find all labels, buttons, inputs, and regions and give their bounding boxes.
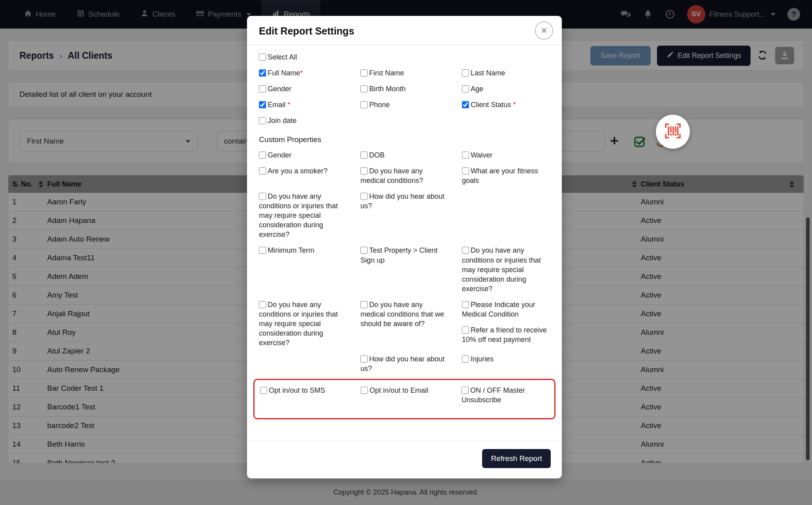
checkbox[interactable] [462,301,469,308]
checkbox-smoker[interactable]: Are you a smoker? [259,166,347,176]
checkbox[interactable] [462,152,469,159]
checkbox[interactable] [259,167,266,175]
checkbox-injuries[interactable]: Injuries [462,354,550,364]
highlighted-options-box: Opt in/out to SMS Opt in/out to Email ON… [253,379,555,419]
checkbox-medical-conditions[interactable]: Do you have any medical conditions? [360,166,448,185]
checkbox-hear-about-us-2[interactable]: How did you hear about us? [360,354,448,373]
modal-footer: Refresh Report [247,441,562,478]
checkbox-birth-month[interactable]: Birth Month [360,84,448,94]
checkbox-conditions-injuries-1[interactable]: Do you have any conditions or injuries t… [259,192,347,240]
checkbox-fitness-goals[interactable]: What are your fitness goals [462,166,550,185]
checkbox[interactable] [259,247,266,254]
checkbox-age[interactable]: Age [462,84,550,94]
checkbox[interactable] [462,85,469,92]
checkbox[interactable] [360,247,368,254]
checkbox-join-date[interactable]: Join date [259,116,347,125]
checkbox[interactable] [360,355,368,363]
checkbox-email[interactable]: Email * [259,100,347,109]
checkbox[interactable] [260,387,267,394]
checkbox[interactable] [259,301,266,308]
checkbox[interactable] [462,167,469,175]
checkbox-gender[interactable]: Gender [259,84,347,94]
checkbox-minimum-term[interactable]: Minimum Term [259,246,347,255]
modal-title: Edit Report Settings [259,25,550,37]
barcode-scan-icon [663,121,682,142]
checkbox-conditions-injuries-3[interactable]: Do you have any conditions or injuries t… [259,300,347,348]
checkbox[interactable] [360,152,368,159]
checkbox-client-status[interactable]: Client Status * [462,100,550,109]
checkbox[interactable] [259,193,266,200]
checkbox[interactable] [259,101,266,108]
checkbox[interactable] [462,101,469,108]
checkbox[interactable] [462,355,469,363]
checkbox-opt-sms[interactable]: Opt in/out to SMS [260,386,347,395]
checkbox-first-name[interactable]: First Name [360,68,448,78]
checkbox[interactable] [259,69,266,77]
checkbox-select-all[interactable]: Select All [259,52,347,62]
checkbox-phone[interactable]: Phone [360,100,448,109]
close-icon[interactable]: × [535,21,553,40]
refresh-report-button[interactable]: Refresh Report [482,449,551,468]
checkbox-indicate-medical-condition[interactable]: Please Indicate your Medical Condition [462,300,550,319]
checkbox[interactable] [462,326,469,334]
checkbox[interactable] [360,101,368,108]
checkbox[interactable] [462,247,469,254]
checkbox[interactable] [360,301,368,308]
checkbox-medical-conditions-aware[interactable]: Do you have any medical conditions that … [360,300,448,328]
checkbox[interactable] [259,54,266,61]
checkbox-dob[interactable]: DOB [360,150,448,160]
checkbox[interactable] [360,69,368,77]
modal-header: Edit Report Settings × [247,16,562,45]
checkbox-full-name[interactable]: Full Name* [259,68,347,78]
checkbox-waiver[interactable]: Waiver [462,150,550,160]
checkbox-cp-gender[interactable]: Gender [259,150,347,160]
checkbox-hear-about-us-1[interactable]: How did you hear about us? [360,192,448,211]
checkbox[interactable] [462,387,469,394]
checkbox[interactable] [361,387,368,394]
modal-body: Select All Full Name* First Name Last Na… [247,45,562,423]
checkbox[interactable] [259,117,266,124]
checkbox[interactable] [360,193,368,200]
checkbox-master-unsubscribe[interactable]: ON / OFF Master Unsubscribe [462,386,549,405]
checkbox[interactable] [360,85,368,92]
checkbox-test-property-client-signup[interactable]: Test Property > Client Sign up [360,246,448,265]
checkbox[interactable] [259,152,266,159]
checkbox-refer-friend[interactable]: Refer a friend to receive 10% off next p… [462,325,550,344]
checkbox-conditions-injuries-2[interactable]: Do you have any conditions or injuries t… [462,246,550,294]
checkbox[interactable] [259,85,266,92]
checkbox-opt-email[interactable]: Opt in/out to Email [361,386,448,395]
barcode-spotlight-button[interactable] [656,115,690,149]
custom-properties-heading: Custom Properties [259,135,550,144]
checkbox[interactable] [360,167,368,175]
edit-report-settings-modal: Edit Report Settings × Select All Full N… [247,16,562,478]
checkbox-last-name[interactable]: Last Name [462,68,550,78]
checkbox[interactable] [462,69,469,77]
